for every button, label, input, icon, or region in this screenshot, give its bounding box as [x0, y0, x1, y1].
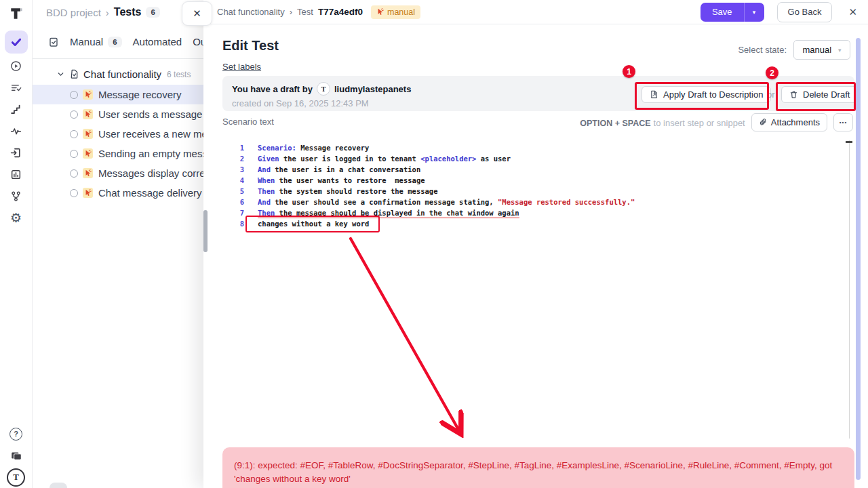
- manual-count-badge: 6: [108, 37, 121, 47]
- tab-automated[interactable]: Automated: [133, 36, 182, 47]
- divider: [32, 58, 203, 59]
- select-all-icon[interactable]: [48, 37, 59, 47]
- tests-count-badge: 6: [146, 7, 159, 18]
- sidebar-item-pulse[interactable]: [5, 120, 28, 142]
- save-button[interactable]: Save: [701, 3, 744, 22]
- test-row[interactable]: Messages display correct ti: [32, 163, 203, 183]
- save-dropdown-button[interactable]: ▾: [744, 3, 764, 22]
- draft-author-avatar: T: [317, 82, 330, 96]
- status-circle-icon[interactable]: [70, 189, 78, 197]
- modal-header: Chat functionality › Test T77a4edf0 manu…: [203, 0, 868, 24]
- projects-button[interactable]: [5, 445, 28, 466]
- folders-icon: [10, 449, 22, 462]
- delete-draft-button[interactable]: Delete Draft: [781, 86, 858, 103]
- chevron-down-icon: ▾: [838, 47, 842, 54]
- shortcut-hint: OPTION + SPACE: [580, 119, 650, 128]
- test-label: Test: [297, 7, 313, 17]
- bar-chart-icon: [10, 169, 22, 180]
- draft-prefix: You have a draft by: [232, 84, 313, 94]
- status-circle-icon[interactable]: [70, 110, 78, 119]
- code-line: 8 changes without a key word: [222, 218, 852, 229]
- scenario-text-label: Scenario text: [222, 117, 274, 127]
- breadcrumb-project[interactable]: BDD project: [46, 7, 101, 18]
- code-line: 1 Scenario: Message recovery: [222, 142, 852, 153]
- avatar: T: [7, 468, 25, 487]
- chevron-down-icon[interactable]: [56, 70, 65, 79]
- modal-close-button[interactable]: ✕: [848, 6, 857, 18]
- ellipsis-icon: •••: [840, 119, 847, 125]
- bottom-pill: [50, 483, 67, 488]
- breadcrumb-separator: ›: [106, 7, 109, 18]
- suite-chat-functionality[interactable]: Chat functionality 6 tests: [56, 68, 191, 80]
- check-icon: [10, 36, 22, 48]
- tab-outdated[interactable]: Out: [193, 36, 203, 47]
- steps-icon: [10, 104, 22, 115]
- manual-test-icon: [83, 168, 93, 178]
- select-state-label: Select state:: [738, 45, 787, 55]
- test-row[interactable]: Sending an empty message: [32, 144, 203, 163]
- sidebar-item-branches[interactable]: [5, 185, 28, 207]
- scenario-editor[interactable]: 1 Scenario: Message recovery 2 Given the…: [222, 140, 852, 443]
- suite-name: Chat functionality: [83, 68, 161, 80]
- test-row[interactable]: Chat message delivery stat: [32, 183, 203, 203]
- test-id: T77a4edf0: [318, 7, 363, 17]
- scenario-tools: OPTION + SPACEto insert step or snippet …: [580, 113, 853, 131]
- manual-cursor-icon: [376, 8, 384, 16]
- breadcrumb: BDD project › Tests 6: [46, 6, 160, 18]
- code-line: 6 And the user should see a confirmation…: [222, 197, 852, 207]
- help-button[interactable]: ?: [5, 423, 28, 445]
- modal-breadcrumb-folder[interactable]: Chat functionality: [217, 7, 285, 17]
- sidebar-item-steps[interactable]: [5, 98, 28, 120]
- editor-scrollbar-thumb[interactable]: [846, 141, 852, 143]
- panel-close-button[interactable]: ✕: [182, 1, 212, 26]
- select-state-row: Select state: manual ▾: [738, 40, 850, 60]
- sidebar-item-plans[interactable]: [5, 77, 28, 98]
- status-circle-icon[interactable]: [70, 130, 78, 138]
- manual-test-icon: [83, 129, 93, 139]
- status-circle-icon[interactable]: [70, 91, 78, 99]
- attachments-button[interactable]: Attachments: [751, 113, 827, 131]
- go-back-button[interactable]: Go Back: [777, 2, 833, 22]
- test-row-message-recovery[interactable]: Message recovery: [32, 85, 203, 104]
- close-icon: ✕: [193, 7, 201, 20]
- modal-scrollbar[interactable]: [856, 38, 861, 480]
- set-labels-link[interactable]: Set labels: [222, 62, 261, 72]
- apply-draft-button[interactable]: Apply Draft to Description: [642, 86, 771, 103]
- manual-test-icon: [83, 89, 93, 100]
- sidebar-item-runs[interactable]: [5, 55, 28, 77]
- code-line: 7 Then the message should be displayed i…: [222, 207, 852, 218]
- test-list: Message recovery User sends a message su…: [32, 85, 203, 203]
- paperclip-icon: [759, 118, 767, 127]
- manual-test-icon: [83, 188, 93, 198]
- status-circle-icon[interactable]: [70, 169, 78, 178]
- tab-manual[interactable]: Manual 6: [70, 36, 122, 47]
- status-circle-icon[interactable]: [70, 150, 78, 158]
- code-line: 4 When the user wants to restore message: [222, 175, 852, 186]
- app-logo-icon[interactable]: [7, 5, 25, 22]
- profile-avatar[interactable]: T: [5, 466, 28, 488]
- manual-test-icon: [83, 109, 93, 119]
- play-circle-icon: [10, 60, 22, 72]
- sidebar-item-import[interactable]: [5, 142, 28, 163]
- sidebar-item-tests[interactable]: [5, 30, 28, 54]
- help-icon: ?: [9, 428, 22, 441]
- gear-icon: ⚙: [10, 211, 22, 224]
- test-row[interactable]: User receives a new messa: [32, 124, 203, 144]
- suite-count: 6 tests: [167, 70, 191, 79]
- code-line: 3 And the user is in a chat conversation: [222, 164, 852, 175]
- tree-scrollbar-thumb[interactable]: [203, 210, 208, 252]
- code-line: 2 Given the user is logged in to tenant …: [222, 153, 852, 164]
- sidebar-item-reports[interactable]: [5, 163, 28, 185]
- edit-test-modal: Chat functionality › Test T77a4edf0 manu…: [203, 0, 868, 488]
- sidebar-item-settings[interactable]: ⚙: [5, 207, 28, 228]
- close-icon: ✕: [848, 6, 857, 18]
- breadcrumb-current: Tests: [114, 6, 142, 18]
- save-button-group: Save ▾: [701, 3, 764, 22]
- more-options-button[interactable]: •••: [833, 113, 853, 131]
- state-select[interactable]: manual ▾: [793, 40, 850, 60]
- test-row[interactable]: User sends a message succ: [32, 104, 203, 124]
- pulse-icon: [10, 125, 22, 137]
- draft-author: liudmylastepanets: [334, 84, 411, 94]
- app-rail: ⚙ ? T: [0, 0, 33, 488]
- editor-scrollbar-track[interactable]: [849, 140, 850, 439]
